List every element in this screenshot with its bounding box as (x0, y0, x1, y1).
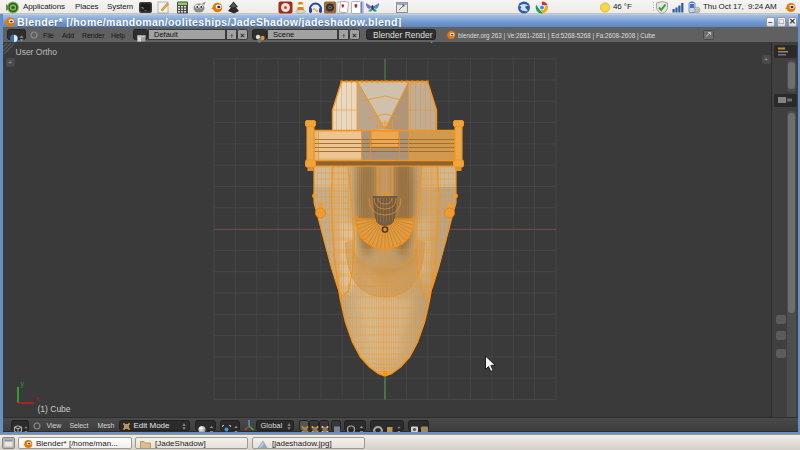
svg-text:y: y (20, 380, 24, 388)
svg-text:>_: >_ (141, 6, 148, 12)
svg-text:x: x (36, 395, 40, 402)
